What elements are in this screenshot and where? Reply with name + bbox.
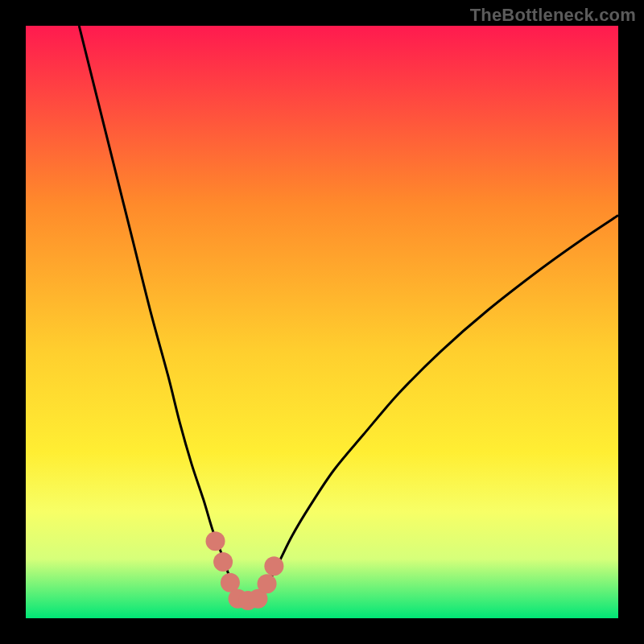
marker-point	[258, 574, 277, 593]
marker-point	[213, 552, 233, 572]
plot-background	[26, 26, 618, 618]
chart-svg	[0, 0, 644, 644]
marker-point	[264, 556, 283, 576]
chart-frame: TheBottleneck.com	[0, 0, 644, 644]
watermark-text: TheBottleneck.com	[470, 5, 636, 26]
marker-point	[206, 531, 225, 551]
